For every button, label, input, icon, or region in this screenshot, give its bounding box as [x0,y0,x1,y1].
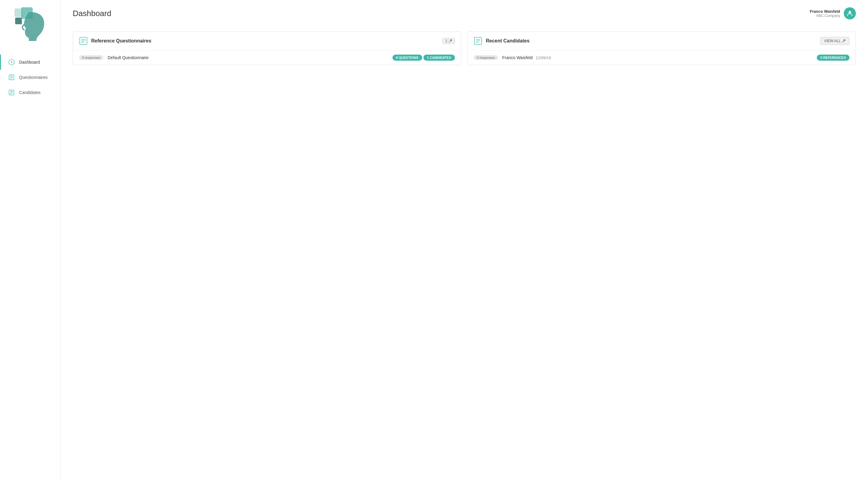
questionnaire-tags: 8 QUESTIONS 1 CANDIDATES [393,55,455,61]
candidates-title-area: Recent Candidates [474,37,529,45]
dashboard-icon [8,59,15,65]
questionnaires-card-header: Reference Questionnaires 1 [73,32,461,50]
questionnaire-responses-badge: 0 responses [79,55,103,60]
page-title: Dashboard [73,9,111,18]
candidates-card: Recent Candidates VIEW ALL 0 responses F… [467,32,856,65]
candidates-icon [8,89,15,96]
questionnaires-title-area: Reference Questionnaires [79,37,151,45]
candidates-card-header: Recent Candidates VIEW ALL [468,32,856,50]
view-all-label: VIEW ALL [824,39,841,43]
candidates-tag: 1 CANDIDATES [424,55,455,61]
candidates-card-title: Recent Candidates [486,38,529,44]
view-all-external-icon [842,39,845,43]
svg-point-13 [848,11,851,13]
avatar-icon [846,10,854,17]
external-link-icon [448,39,452,43]
user-avatar[interactable] [844,7,856,20]
sidebar-navigation: Dashboard Questionnaires Candidates [0,55,60,100]
dashboard-cards: Reference Questionnaires 1 0 responses D… [61,26,868,71]
candidate-tags: 0 REFERENCES [817,55,849,61]
references-tag: 0 REFERENCES [817,55,849,61]
svg-point-4 [11,62,12,63]
sidebar-item-dashboard-label: Dashboard [19,60,40,65]
candidate-name: Franco Waisfeld 12/09/19 [502,55,812,60]
user-name: Franco Waisfeld [810,9,840,13]
page-header: Dashboard Franco Waisfeld ABC Company [61,0,868,26]
sidebar-item-candidates[interactable]: Candidates [0,85,60,100]
questionnaires-count-badge: 1 [442,38,455,44]
questions-tag: 8 QUESTIONS [393,55,422,61]
main-content: Dashboard Franco Waisfeld ABC Company [61,0,868,481]
questionnaires-card-icon [79,37,88,45]
candidate-responses-badge: 0 responses [474,55,498,60]
user-profile-area: Franco Waisfeld ABC Company [810,7,856,20]
questionnaire-row: 0 responses Default Questionnaire 8 QUES… [73,50,461,65]
candidates-card-icon [474,37,482,45]
questionnaires-count: 1 [445,39,447,43]
svg-rect-2 [15,18,22,24]
view-all-button[interactable]: VIEW ALL [820,37,849,45]
app-logo [12,6,49,46]
user-company: ABC Company [810,13,840,18]
sidebar-item-candidates-label: Candidates [19,90,41,95]
questionnaires-icon [8,74,15,81]
user-info: Franco Waisfeld ABC Company [810,9,840,18]
sidebar-item-dashboard[interactable]: Dashboard [0,55,60,70]
questionnaire-name: Default Questionnaire [107,55,388,60]
candidate-row: 0 responses Franco Waisfeld 12/09/19 0 R… [468,50,856,65]
questionnaires-card-title: Reference Questionnaires [91,38,151,44]
sidebar-item-questionnaires-label: Questionnaires [19,75,48,80]
sidebar-item-questionnaires[interactable]: Questionnaires [0,70,60,85]
candidate-date: 12/09/19 [535,56,551,60]
sidebar: Dashboard Questionnaires Candidates [0,0,61,481]
sidebar-logo [0,0,60,55]
questionnaires-card: Reference Questionnaires 1 0 responses D… [73,32,461,65]
